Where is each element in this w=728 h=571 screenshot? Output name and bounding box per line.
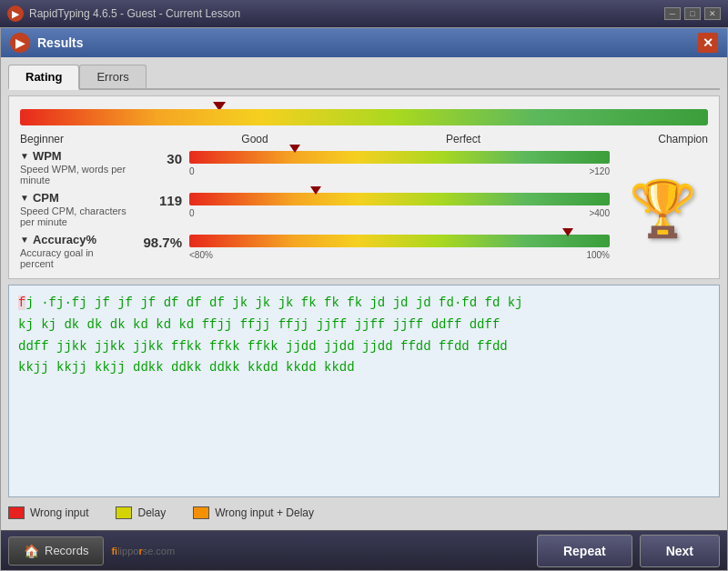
legend-wrong-delay-box (193, 506, 209, 519)
trophy-area: 🏆 (617, 149, 708, 269)
wpm-range-max: >120 (589, 166, 610, 176)
legend-wrong: Wrong input (8, 506, 88, 519)
overall-bar-container (20, 109, 708, 125)
accuracy-range-max: 100% (586, 250, 610, 260)
wpm-bar-range: 0 >120 (189, 166, 610, 176)
text-content-3: ddff jjkk jjkk jjkk ffkk ffkk ffkk jjdd … (18, 339, 508, 354)
text-content-1: j ·fj·fj jf jf jf df df df jk jk jk fk f… (25, 296, 522, 310)
accuracy-range-min: <80% (189, 250, 213, 260)
legend-wrong-box (8, 506, 25, 519)
legend-wrong-label: Wrong input (30, 506, 88, 519)
app-title: RapidTyping 4.6.5 - Guest - Current Less… (29, 7, 659, 20)
records-icon: 🏠 (24, 544, 39, 558)
cpm-bar-wrap (189, 191, 610, 207)
accuracy-bar-col: <80% 100% (189, 233, 610, 260)
wpm-bar-wrap (189, 149, 610, 165)
cpm-label: ▼ CPM (20, 191, 129, 205)
accuracy-arrow-icon: ▼ (20, 235, 29, 245)
metric-row-cpm: ▼ CPM Speed CPM, characters per minute 1… (20, 191, 610, 227)
text-content-2: kj kj dk dk dk kd kd kd ffjj ffjj ffjj j… (18, 317, 500, 332)
maximize-button[interactable]: □ (684, 7, 701, 20)
dialog-content: Rating Errors Beginner Good Perfect Cham… (1, 57, 727, 530)
window-controls: ─ □ ✕ (664, 7, 721, 20)
tab-rating[interactable]: Rating (8, 65, 79, 90)
bottom-bar: 🏠 Records filipporse.com Repeat Next (1, 530, 727, 570)
wpm-bar-col: 0 >120 (189, 149, 610, 176)
cpm-range-min: 0 (189, 208, 195, 218)
cpm-label-col: ▼ CPM Speed CPM, characters per minute (20, 191, 129, 227)
trophy-icon: 🏆 (629, 182, 697, 236)
cpm-progress-bar (189, 193, 610, 205)
minimize-button[interactable]: ─ (664, 7, 681, 20)
legend-delay-label: Delay (137, 506, 166, 519)
label-champion: Champion (658, 133, 708, 145)
accuracy-progress-bar (189, 235, 610, 247)
watermark-area: filipporse.com (111, 546, 530, 556)
accuracy-label-col: ▼ Accuracy% Accuracy goal in percent (20, 233, 129, 269)
records-label: Records (45, 544, 88, 557)
legend-delay: Delay (116, 506, 166, 519)
dialog-titlebar: ▶ Results ✕ (1, 28, 727, 57)
cpm-bar-range: 0 >400 (189, 208, 610, 218)
watermark: filipporse.com (111, 546, 530, 556)
text-content-4: kkjj kkjj kkjj ddkk ddkk ddkk kkdd kkdd … (18, 360, 355, 375)
metrics-section: ▼ WPM Speed WPM, words per minute 30 (20, 149, 708, 269)
cpm-sublabel: Speed CPM, characters per minute (20, 205, 129, 227)
accuracy-bar-marker (562, 228, 573, 236)
metric-row-wpm: ▼ WPM Speed WPM, words per minute 30 (20, 149, 610, 185)
legend-delay-box (116, 506, 132, 519)
cpm-range-max: >400 (589, 208, 610, 218)
tab-bar: Rating Errors (8, 65, 720, 90)
results-dialog: ▶ Results ✕ Rating Errors Beginner Good … (0, 27, 728, 571)
records-button[interactable]: 🏠 Records (8, 536, 104, 566)
overall-progress-bar (20, 109, 708, 125)
metric-row-accuracy: ▼ Accuracy% Accuracy goal in percent 98.… (20, 233, 610, 269)
wpm-sublabel: Speed WPM, words per minute (20, 164, 129, 185)
accuracy-label: ▼ Accuracy% (20, 233, 129, 246)
dialog-icon: ▶ (10, 33, 30, 53)
legend: Wrong input Delay Wrong input + Delay (8, 503, 720, 523)
wpm-range-min: 0 (189, 166, 195, 176)
rating-panel: Beginner Good Perfect Champion ▼ WPM (8, 95, 720, 279)
next-button[interactable]: Next (640, 535, 720, 567)
legend-wrong-delay-label: Wrong input + Delay (215, 506, 314, 519)
repeat-button[interactable]: Repeat (537, 535, 632, 567)
dialog-close-button[interactable]: ✕ (698, 33, 718, 53)
app-icon: ▶ (7, 5, 24, 22)
wpm-label: ▼ WPM (20, 149, 129, 163)
accuracy-value: 98.7% (136, 233, 182, 250)
wpm-label-col: ▼ WPM Speed WPM, words per minute (20, 149, 129, 185)
label-good: Good (241, 133, 268, 145)
metrics-list: ▼ WPM Speed WPM, words per minute 30 (20, 149, 610, 269)
cpm-bar-col: 0 >400 (189, 191, 610, 218)
tab-errors[interactable]: Errors (79, 65, 146, 88)
title-bar: ▶ RapidTyping 4.6.5 - Guest - Current Le… (0, 0, 728, 27)
legend-wrong-delay: Wrong input + Delay (193, 506, 314, 519)
dialog-title: Results (37, 35, 691, 50)
label-beginner: Beginner (20, 133, 64, 145)
overall-bar-labels: Beginner Good Perfect Champion (20, 133, 708, 145)
accuracy-bar-range: <80% 100% (189, 250, 610, 260)
label-perfect: Perfect (446, 133, 480, 145)
accuracy-bar-wrap (189, 233, 610, 249)
wpm-value: 30 (136, 149, 182, 166)
wpm-bar-marker (289, 145, 300, 153)
accuracy-sublabel: Accuracy goal in percent (20, 247, 129, 269)
wpm-progress-bar (189, 151, 610, 164)
cpm-arrow-icon: ▼ (20, 193, 29, 203)
text-display: fj ·fj·fj jf jf jf df df df jk jk jk fk … (8, 285, 720, 497)
cpm-value: 119 (136, 191, 182, 208)
wpm-arrow-icon: ▼ (20, 151, 29, 161)
close-window-button[interactable]: ✕ (704, 7, 721, 20)
cpm-bar-marker (310, 186, 321, 195)
